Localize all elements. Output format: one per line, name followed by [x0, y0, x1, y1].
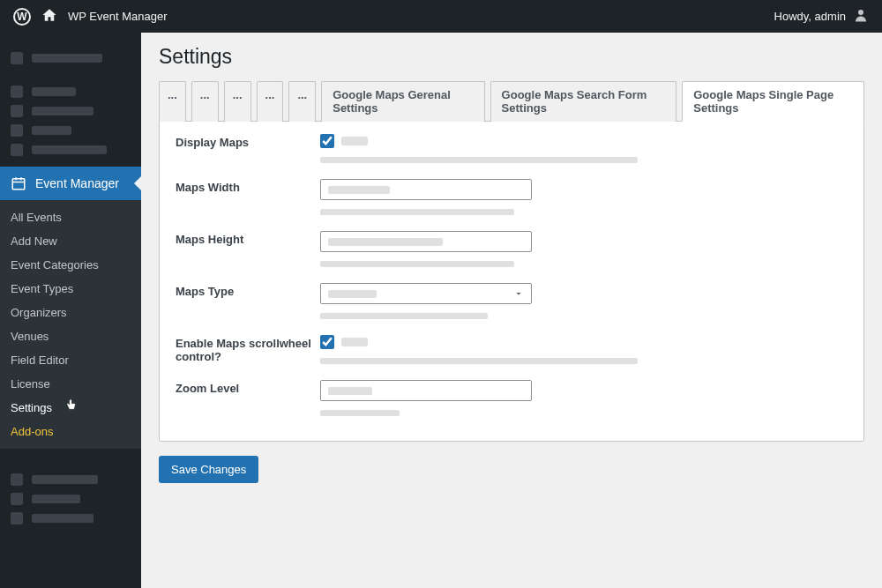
admin-bar-right: Howdy, admin — [774, 7, 869, 26]
field-row-maps-width: Maps Width — [176, 179, 848, 215]
settings-panel: Display Maps Maps Width — [159, 121, 864, 442]
zoom-level-input[interactable] — [320, 380, 532, 401]
field-row-scrollwheel: Enable Maps scrollwheel control? — [176, 335, 848, 364]
main-content: Settings ... ... ... ... ... Google Maps… — [141, 33, 882, 588]
field-label: Maps Width — [176, 179, 320, 194]
sidebar-item-placeholder[interactable] — [11, 101, 131, 121]
wordpress-logo-icon[interactable]: W — [13, 8, 31, 26]
scrollwheel-checkbox[interactable] — [320, 335, 334, 349]
submenu-item-all-events[interactable]: All Events — [0, 205, 141, 229]
user-icon[interactable] — [853, 7, 869, 26]
field-row-zoom-level: Zoom Level — [176, 380, 848, 416]
admin-bar: W WP Event Manager Howdy, admin — [0, 0, 882, 33]
field-row-display-maps: Display Maps — [176, 134, 848, 163]
sidebar-active-label: Event Manager — [35, 176, 119, 190]
submenu-item-event-types[interactable]: Event Types — [0, 277, 141, 301]
svg-rect-1 — [12, 179, 25, 190]
sidebar-item-placeholder[interactable] — [11, 82, 131, 101]
sidebar-item-placeholder[interactable] — [11, 140, 131, 160]
submenu-item-license[interactable]: License — [0, 372, 141, 396]
svg-point-0 — [858, 10, 863, 15]
settings-tabs: ... ... ... ... ... Google Maps Gerenal … — [159, 81, 864, 122]
submenu-item-settings[interactable]: Settings — [0, 396, 141, 420]
submenu-item-venues[interactable]: Venues — [0, 324, 141, 348]
field-description-placeholder — [320, 410, 400, 416]
tab-maps-search[interactable]: Google Maps Search Form Settings — [490, 81, 677, 122]
field-description-placeholder — [320, 157, 638, 163]
checkbox-label-placeholder — [341, 338, 368, 346]
cursor-hand-icon — [64, 398, 78, 412]
maps-height-input[interactable] — [320, 231, 532, 252]
submenu-item-field-editor[interactable]: Field Editor — [0, 348, 141, 372]
user-greeting[interactable]: Howdy, admin — [774, 10, 846, 23]
sidebar-item-event-manager[interactable]: Event Manager — [0, 167, 141, 200]
maps-width-input[interactable] — [320, 179, 532, 200]
field-label: Zoom Level — [176, 380, 320, 395]
sidebar-submenu: All Events Add New Event Categories Even… — [0, 200, 141, 449]
tab-maps-single-page[interactable]: Google Maps Single Page Settings — [682, 81, 864, 122]
sidebar-item-placeholder[interactable] — [11, 470, 131, 489]
page-title: Settings — [159, 45, 864, 69]
field-row-maps-height: Maps Height — [176, 231, 848, 267]
sidebar-item-placeholder[interactable] — [11, 121, 131, 140]
calendar-icon — [11, 175, 26, 191]
field-description-placeholder — [320, 261, 514, 267]
submenu-item-event-categories[interactable]: Event Categories — [0, 253, 141, 277]
field-description-placeholder — [320, 313, 488, 319]
submenu-item-addons[interactable]: Add-ons — [0, 420, 141, 443]
tab-collapsed[interactable]: ... — [159, 81, 186, 122]
save-changes-button[interactable]: Save Changes — [159, 456, 258, 483]
chevron-down-icon — [513, 288, 524, 299]
field-label: Maps Height — [176, 231, 320, 246]
field-row-maps-type: Maps Type — [176, 283, 848, 319]
sidebar-item-placeholder[interactable] — [11, 509, 131, 528]
home-icon[interactable] — [41, 7, 57, 26]
field-description-placeholder — [320, 209, 514, 215]
submenu-item-organizers[interactable]: Organizers — [0, 301, 141, 324]
submenu-item-add-new[interactable]: Add New — [0, 229, 141, 253]
admin-bar-left: W WP Event Manager — [13, 7, 167, 26]
maps-type-select[interactable] — [320, 283, 532, 304]
field-label: Maps Type — [176, 283, 320, 298]
tab-collapsed[interactable]: ... — [257, 81, 284, 122]
sidebar-item-placeholder[interactable] — [11, 48, 131, 68]
display-maps-checkbox[interactable] — [320, 134, 334, 148]
tab-collapsed[interactable]: ... — [191, 81, 219, 122]
checkbox-label-placeholder — [341, 137, 368, 145]
field-label: Display Maps — [176, 134, 320, 149]
field-label: Enable Maps scrollwheel control? — [176, 335, 320, 363]
site-title[interactable]: WP Event Manager — [68, 10, 167, 23]
sidebar-item-placeholder[interactable] — [11, 489, 131, 509]
tab-maps-general[interactable]: Google Maps Gerenal Settings — [321, 81, 484, 122]
tab-collapsed[interactable]: ... — [288, 81, 316, 122]
field-description-placeholder — [320, 358, 638, 364]
admin-sidebar: Event Manager All Events Add New Event C… — [0, 33, 141, 588]
tab-collapsed[interactable]: ... — [224, 81, 251, 122]
